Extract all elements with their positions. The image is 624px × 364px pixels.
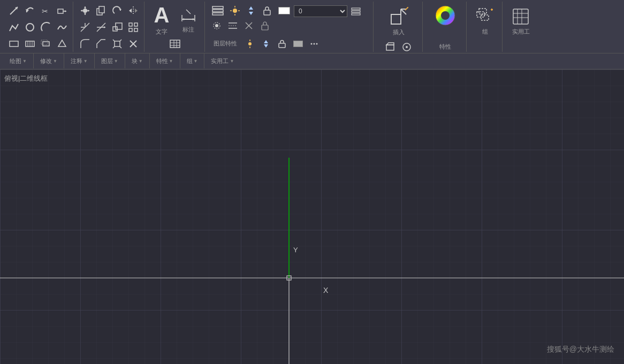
svg-rect-105 [479, 9, 486, 14]
annotate-label[interactable]: 注释 ▼ [64, 53, 95, 68]
undo-button[interactable] [22, 4, 37, 18]
layer-isolate-button[interactable] [209, 19, 224, 33]
svg-rect-38 [129, 23, 132, 26]
layer-merge-button[interactable] [225, 19, 240, 33]
svg-rect-55 [170, 40, 180, 48]
utility-button[interactable]: 实用工 [507, 4, 535, 40]
utility-sec-label[interactable]: 实用工 ▼ [204, 53, 240, 68]
svg-rect-73 [352, 13, 360, 15]
lp-freeze-button[interactable] [258, 37, 273, 51]
svg-rect-36 [113, 27, 117, 31]
svg-line-46 [120, 47, 121, 48]
utility-section: 实用工 [504, 2, 538, 52]
extend-button[interactable] [94, 20, 109, 34]
copy-button[interactable] [94, 4, 109, 18]
rotate-button[interactable] [110, 4, 125, 18]
svg-rect-60 [212, 6, 223, 9]
layer-props-row: 图层特性 [209, 37, 322, 51]
lp-color-button[interactable] [291, 37, 306, 51]
text-icon: A [154, 4, 170, 26]
layer-delete-button[interactable] [241, 19, 256, 33]
draw-row2 [6, 20, 70, 34]
fillet-button[interactable] [78, 37, 93, 51]
modify-row1 [78, 4, 141, 18]
markup-label: 标注 [182, 26, 194, 34]
insert-label: 插入 [393, 28, 405, 36]
svg-line-54 [186, 10, 191, 14]
group-label: 组 [482, 28, 488, 36]
block-row1: 插入 [384, 4, 414, 40]
svg-marker-86 [264, 44, 268, 48]
utility-label: 实用工 [512, 28, 530, 36]
layer-walk-button[interactable] [348, 4, 363, 18]
layer-lock-button[interactable] [260, 4, 275, 18]
table-button[interactable] [168, 37, 182, 51]
cut-button[interactable]: ✂ [39, 4, 54, 18]
annotate-section: A 文字 标注 [146, 2, 205, 52]
draw-row1: ✂ [6, 4, 70, 18]
lp-lock-button[interactable] [275, 37, 290, 51]
group-sec-label[interactable]: 组 ▼ [180, 53, 205, 68]
insert-button[interactable]: 插入 [384, 4, 414, 40]
svg-marker-69 [249, 12, 253, 15]
dimension-button[interactable]: 标注 [176, 4, 201, 37]
group-button[interactable]: 组 [471, 4, 499, 40]
block-ref-button[interactable] [399, 40, 414, 54]
svg-marker-68 [249, 6, 253, 10]
svg-rect-114 [0, 69, 624, 364]
circle-button[interactable] [22, 20, 37, 34]
canvas-area[interactable]: Y X 俯视|二维线框 搜狐号@大水牛测绘 [0, 69, 624, 364]
modify-label[interactable]: 修改 ▼ [34, 53, 64, 68]
svg-point-7 [26, 24, 34, 31]
explode-button[interactable] [110, 37, 125, 51]
modify-row3 [78, 37, 141, 51]
svg-rect-13 [43, 42, 49, 46]
spline-button[interactable] [55, 20, 70, 34]
delete-button[interactable] [126, 37, 141, 51]
move-button[interactable] [78, 4, 93, 18]
mirror-button[interactable] [126, 4, 141, 18]
layer-lock2-button[interactable] [257, 19, 272, 33]
svg-rect-81 [262, 25, 268, 30]
arc-button[interactable] [39, 20, 54, 34]
properties-sec-label[interactable]: 特性 ▼ [150, 53, 180, 68]
svg-rect-72 [352, 11, 360, 12]
svg-marker-85 [264, 40, 268, 43]
modify-section [74, 2, 144, 52]
scale-button[interactable] [110, 20, 125, 34]
text-button[interactable]: A 文字 [149, 4, 174, 37]
array-button[interactable] [126, 20, 141, 34]
layer-sun-button[interactable] [227, 4, 242, 18]
svg-marker-17 [84, 6, 86, 8]
layer-dropdown[interactable]: 0 [294, 5, 347, 17]
block-edit-button[interactable] [383, 40, 398, 54]
svg-line-45 [113, 47, 115, 48]
svg-rect-103 [477, 12, 484, 17]
rect-button[interactable] [6, 37, 21, 51]
text-label: 文字 [156, 28, 168, 36]
svg-text:Y: Y [293, 246, 298, 254]
draw-label[interactable]: 绘图 ▼ [3, 53, 34, 68]
lp-sun-button[interactable] [242, 37, 257, 51]
lp-more-button[interactable] [307, 37, 322, 51]
hatch-button[interactable] [22, 37, 37, 51]
layer-label[interactable]: 图层 ▼ [95, 53, 125, 68]
layer-prop-button[interactable] [209, 4, 226, 18]
utility-chevron: ▼ [230, 59, 234, 64]
svg-rect-71 [352, 8, 360, 10]
layer-prop-label-button[interactable]: 图层特性 [209, 37, 241, 51]
layer-color-button[interactable] [276, 4, 293, 18]
svg-rect-40 [129, 28, 132, 32]
more-draw-button[interactable] [55, 37, 70, 51]
svg-rect-41 [134, 28, 138, 32]
polyline-button[interactable] [6, 20, 21, 34]
block-label[interactable]: 块 ▼ [125, 53, 150, 68]
offset-button[interactable] [39, 37, 54, 51]
stretch-button[interactable] [55, 4, 70, 18]
line-button[interactable] [6, 4, 21, 18]
layer-freeze-button[interactable] [243, 4, 258, 18]
svg-text:X: X [323, 286, 329, 295]
chamfer-button[interactable] [94, 37, 109, 51]
svg-text:✂: ✂ [42, 7, 48, 16]
trim-button[interactable] [78, 20, 93, 34]
